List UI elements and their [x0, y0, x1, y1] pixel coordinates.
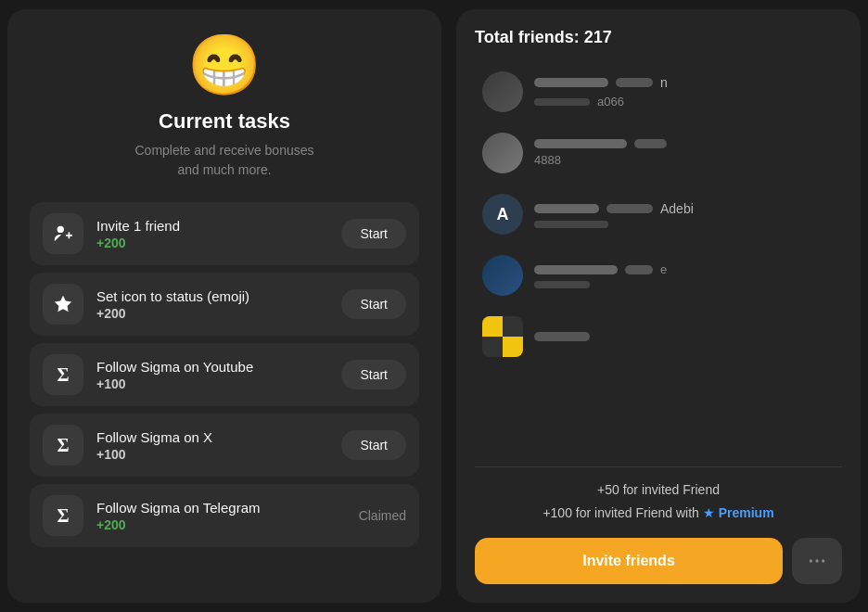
task-item-invite: Invite 1 friend +200 Start — [30, 202, 419, 265]
friends-list: n a066 — [475, 62, 842, 455]
task-action-youtube[interactable]: Start — [341, 360, 406, 389]
task-action-emoji[interactable]: Start — [341, 289, 406, 319]
task-action-invite[interactable]: Start — [341, 219, 406, 249]
task-item-twitter: Σ Follow Sigma on X +100 Start — [30, 414, 419, 477]
task-icon-twitter: Σ — [43, 425, 83, 465]
task-info-emoji: Set icon to status (emoji) +200 — [96, 288, 328, 321]
panel-title: Current tasks — [159, 109, 290, 134]
list-item — [475, 307, 842, 366]
svg-rect-2 — [482, 316, 503, 337]
friend-info: e — [534, 262, 835, 288]
friends-panel: Total friends: 217 n a066 — [456, 9, 861, 603]
task-reward-emoji: +200 — [96, 306, 328, 321]
task-info-invite: Invite 1 friend +200 — [96, 218, 328, 250]
invite-friends-button[interactable]: Invite friends — [475, 538, 783, 584]
avatar — [482, 71, 523, 112]
task-icon-emoji — [43, 284, 83, 325]
task-name-telegram: Follow Sigma on Telegram — [96, 500, 346, 516]
task-reward-youtube: +100 — [96, 376, 328, 391]
claimed-label-telegram: Claimed — [359, 508, 406, 523]
task-name-invite: Invite 1 friend — [96, 218, 328, 234]
task-reward-twitter: +100 — [96, 447, 328, 462]
svg-point-0 — [57, 226, 64, 233]
task-icon-telegram: Σ — [43, 495, 83, 536]
total-friends-header: Total friends: 217 — [475, 28, 842, 47]
friend-info — [534, 332, 835, 341]
friend-name-label: n — [660, 75, 668, 90]
start-button-twitter[interactable]: Start — [341, 430, 406, 460]
avatar — [482, 255, 523, 296]
friend-name-label: Adebi — [660, 201, 694, 216]
task-action-twitter[interactable]: Start — [341, 430, 406, 460]
task-item-emoji: Set icon to status (emoji) +200 Start — [30, 273, 419, 336]
list-item: 4888 — [475, 123, 842, 183]
start-button-invite[interactable]: Start — [341, 219, 406, 249]
task-icon-youtube: Σ — [43, 354, 83, 395]
task-name-emoji: Set icon to status (emoji) — [96, 288, 328, 304]
task-item-telegram: Σ Follow Sigma on Telegram +200 Claimed — [30, 484, 419, 547]
task-reward-telegram: +200 — [96, 517, 346, 532]
task-info-telegram: Follow Sigma on Telegram +200 — [96, 500, 346, 532]
list-item: e — [475, 246, 842, 305]
svg-point-8 — [822, 559, 824, 562]
premium-label: Premium — [719, 505, 774, 520]
start-button-emoji[interactable]: Start — [341, 289, 406, 319]
task-name-twitter: Follow Sigma on X — [96, 429, 328, 445]
invite-actions: Invite friends — [475, 538, 842, 584]
svg-marker-1 — [55, 296, 71, 312]
start-button-youtube[interactable]: Start — [341, 360, 406, 389]
svg-rect-4 — [503, 316, 523, 337]
task-icon-invite — [43, 213, 83, 254]
svg-point-7 — [815, 559, 818, 562]
friend-name-label: e — [660, 262, 667, 276]
svg-rect-5 — [482, 337, 503, 357]
invite-bonus-info: +50 for invited Friend +100 for invited … — [475, 478, 842, 525]
svg-rect-3 — [503, 337, 523, 357]
task-name-youtube: Follow Sigma on Youtube — [96, 359, 328, 375]
svg-point-6 — [810, 559, 812, 562]
mascot-emoji: 😁 — [187, 35, 262, 95]
avatar: A — [482, 194, 523, 235]
share-button[interactable] — [792, 538, 842, 584]
task-info-youtube: Follow Sigma on Youtube +100 — [96, 359, 328, 391]
tasks-list: Invite 1 friend +200 Start Set icon to s… — [30, 202, 419, 547]
friend-info: 4888 — [534, 139, 835, 167]
premium-star-icon: ★ — [703, 502, 715, 525]
bonus-line2: +100 for invited Friend with ★ Premium — [475, 502, 842, 525]
tasks-panel: 😁 Current tasks Complete and receive bon… — [7, 9, 441, 603]
task-reward-invite: +200 — [96, 236, 328, 250]
avatar — [482, 316, 523, 357]
friend-info: n a066 — [534, 75, 835, 108]
friend-score-label: a066 — [597, 95, 624, 108]
divider — [475, 466, 842, 467]
task-item-youtube: Σ Follow Sigma on Youtube +100 Start — [30, 343, 419, 406]
task-action-telegram: Claimed — [359, 507, 406, 524]
list-item: A Adebi — [475, 185, 842, 244]
list-item: n a066 — [475, 62, 842, 121]
friend-info: Adebi — [534, 201, 835, 228]
task-info-twitter: Follow Sigma on X +100 — [96, 429, 328, 462]
avatar — [482, 133, 523, 173]
friend-score-label: 4888 — [534, 153, 561, 167]
bonus-line1: +50 for invited Friend — [475, 478, 842, 502]
panel-subtitle: Complete and receive bonusesand much mor… — [134, 141, 313, 180]
